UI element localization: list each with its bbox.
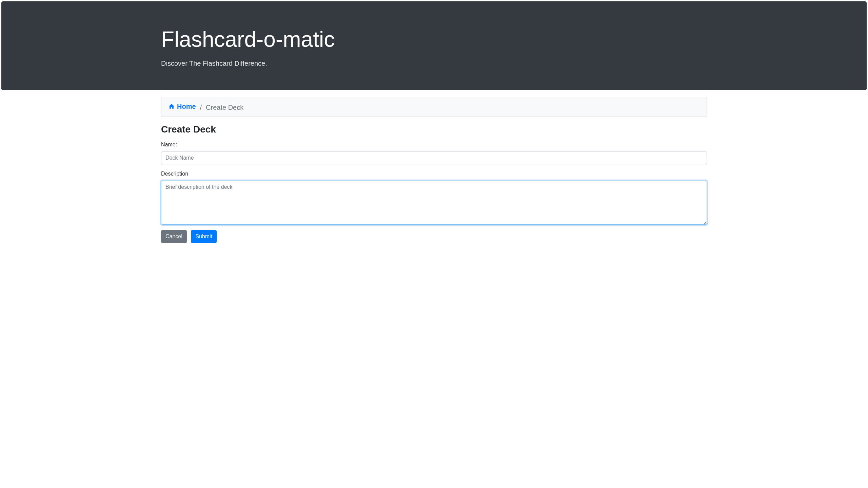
- description-textarea[interactable]: [161, 181, 707, 225]
- name-input[interactable]: [161, 151, 707, 164]
- app-tagline: Discover The Flashcard Difference.: [161, 58, 707, 68]
- form-buttons: Cancel Submit: [161, 230, 707, 243]
- name-form-group: Name:: [161, 141, 707, 164]
- home-icon: [168, 103, 175, 110]
- breadcrumb-home-link[interactable]: Home: [168, 101, 196, 111]
- create-deck-form: Name: Description Cancel Submit: [161, 141, 707, 243]
- header-jumbotron: Flashcard-o-matic Discover The Flashcard…: [1, 1, 867, 90]
- app-title: Flashcard-o-matic: [161, 23, 707, 56]
- breadcrumb: Home / Create Deck: [161, 97, 707, 117]
- cancel-button[interactable]: Cancel: [161, 230, 187, 243]
- breadcrumb-home-label: Home: [177, 101, 196, 111]
- description-label: Description: [161, 170, 707, 178]
- breadcrumb-separator: /: [198, 104, 204, 111]
- breadcrumb-current: Create Deck: [206, 104, 243, 111]
- page-title: Create Deck: [161, 122, 707, 137]
- submit-button[interactable]: Submit: [191, 230, 217, 243]
- description-form-group: Description: [161, 170, 707, 225]
- main-content: Home / Create Deck Create Deck Name: Des…: [156, 97, 712, 243]
- name-label: Name:: [161, 141, 707, 149]
